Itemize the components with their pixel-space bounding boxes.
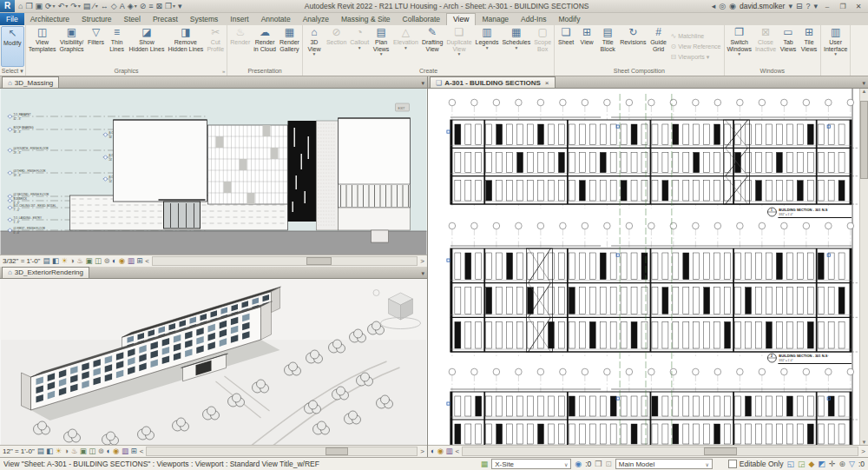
shadows-icon[interactable]: ◑ (70, 256, 75, 266)
user-menu-caret-icon[interactable]: ▾ (788, 1, 792, 12)
scroll-left-arrow[interactable]: < (140, 447, 144, 455)
drag-on-selection-toggle[interactable]: ✛ (829, 460, 836, 468)
app-store-icon[interactable]: ⊟ (796, 1, 803, 12)
ribbon-tab-massing-site[interactable]: Massing & Site (335, 13, 397, 25)
thin-lines-button[interactable]: ≡Thin Lines (107, 26, 128, 67)
reveal-hidden-elements-icon[interactable]: ◉ (119, 256, 125, 266)
ribbon-tab-steel[interactable]: Steel (118, 13, 147, 25)
customize-qat-icon[interactable]: ▾ (177, 1, 183, 12)
detail-level-icon[interactable]: ▤ (43, 256, 49, 266)
show-rendering-dialog-icon[interactable]: ♨ (71, 447, 78, 456)
crop-view-icon[interactable]: ▣ (80, 447, 87, 456)
render-gallery-button[interactable]: ▦Render Gallery (278, 26, 301, 67)
scroll-left-arrow[interactable]: < (456, 447, 460, 455)
drafting-view-button[interactable]: ✎Drafting View (420, 26, 445, 67)
temporary-hide-isolate-icon[interactable]: ◐ (112, 256, 116, 266)
guide-grid-button[interactable]: #Guide Grid (648, 26, 669, 67)
scroll-right-arrow[interactable]: > (861, 447, 865, 455)
close-view-icon[interactable]: × (545, 79, 549, 87)
background-processes-icon[interactable]: ⊛ (838, 460, 845, 468)
temporary-hide-isolate-icon[interactable]: ◐ (431, 447, 435, 456)
design-options-icon[interactable]: ❒ (595, 460, 602, 468)
print-icon[interactable]: ▤ (82, 1, 92, 12)
tab-3d-exterior-rendering[interactable]: ⌂ 3D_ExteriorRendering (2, 267, 89, 278)
render-in-cloud-button[interactable]: ☁Render in Cloud (252, 26, 278, 67)
design-option-select[interactable]: Main Model∨ (615, 459, 713, 469)
filters-button[interactable]: ▽Filters (86, 26, 107, 67)
search-icon[interactable]: ◎ (719, 1, 726, 12)
default-3d-view-icon[interactable]: ◈▾ (127, 1, 138, 12)
scroll-right-arrow[interactable]: > (420, 257, 424, 265)
save-icon[interactable]: ▣ (35, 1, 44, 12)
show-crop-region-icon[interactable]: ◫ (89, 447, 95, 456)
tab-sheet-a301[interactable]: ❏ A-301 - BUILDING SECTIONS × (430, 76, 556, 88)
crop-view-icon[interactable]: ▣ (85, 256, 92, 266)
close-button[interactable]: ✕ (852, 3, 865, 10)
ribbon-tab-structure[interactable]: Structure (76, 13, 118, 25)
active-workset-select[interactable]: X-Site∨ (491, 459, 571, 469)
reveal-hidden-elements-icon[interactable]: ◉ (437, 447, 444, 456)
ribbon-tab-manage[interactable]: Manage (476, 13, 515, 25)
revisions-button[interactable]: ↻Revisions (618, 26, 648, 67)
temporary-view-properties-icon[interactable]: ▥ (122, 447, 128, 456)
ribbon-tab-precast[interactable]: Precast (147, 13, 184, 25)
editable-only-checkbox[interactable]: Editable Only (728, 460, 784, 468)
remove-hidden-lines-button[interactable]: ◨Remove Hidden Lines (166, 26, 205, 67)
undo-icon[interactable]: ↶▾ (57, 1, 69, 12)
visual-style-icon[interactable]: ◧ (46, 447, 53, 456)
title-block-button[interactable]: ▤Title Block (597, 26, 618, 67)
ribbon-tab-architecture[interactable]: Architecture (24, 13, 76, 25)
temporary-view-properties-icon[interactable]: ▥ (446, 447, 453, 456)
rendering-canvas[interactable] (0, 278, 427, 446)
signed-in-user[interactable]: david.smolker (740, 2, 785, 10)
viewport-list-menu-icon[interactable]: ▾ (862, 80, 865, 87)
qat-collapse-icon[interactable]: ◂ (712, 1, 716, 12)
editable-elements-icon[interactable]: ◉ (575, 460, 582, 468)
ribbon-tab-add-ins[interactable]: Add-Ins (515, 13, 552, 25)
select-pinned-toggle[interactable]: ◆ (808, 460, 814, 468)
show-hidden-lines-button[interactable]: ◪Show Hidden Lines (128, 26, 167, 67)
show-crop-region-icon[interactable]: ◫ (95, 256, 102, 266)
section-icon[interactable]: ⊘ (139, 1, 148, 12)
ribbon-tab-view[interactable]: View (446, 13, 476, 25)
sheet-horizontal-scrollbar[interactable] (462, 447, 858, 456)
reveal-hidden-elements-icon[interactable]: ◉ (113, 447, 119, 456)
scale-control[interactable]: 3/32" = 1'-0" (3, 257, 40, 265)
worksharing-display-icon[interactable]: ⊞ (131, 447, 137, 456)
ribbon-tab-analyze[interactable]: Analyze (297, 13, 335, 25)
unlocked-3d-view-icon[interactable]: ⊚ (103, 256, 109, 266)
ribbon-tab-systems[interactable]: Systems (184, 13, 225, 25)
select-by-face-toggle[interactable]: ◩ (818, 460, 825, 468)
3d-view-button[interactable]: ⌂3D View▾ (304, 26, 325, 67)
select-links-toggle[interactable]: ◱ (786, 460, 794, 468)
ribbon-tab-file[interactable]: File (0, 13, 24, 25)
ribbon-tab-annotate[interactable]: Annotate (255, 13, 297, 25)
redo-icon[interactable]: ↷▾ (69, 1, 82, 12)
tab-views-button[interactable]: ▭Tab Views (778, 26, 799, 67)
massing-canvas[interactable]: T.O. PARAPET42' - 8"ROOF BEARING38' - 8"… (0, 88, 427, 255)
modify-button[interactable]: ↖Modify (1, 26, 24, 67)
scroll-left-arrow[interactable]: < (145, 257, 149, 265)
viewport-list-menu-icon[interactable]: ▾ (421, 270, 424, 277)
sheet-button[interactable]: ❏Sheet (556, 26, 576, 67)
scroll-down-arrow[interactable]: ▼ (862, 440, 867, 445)
tile-views-button[interactable]: ⊞Tile Views (799, 26, 819, 67)
view-button[interactable]: ⊞View (576, 26, 597, 67)
home-icon[interactable]: ⌂ (17, 1, 23, 12)
help-caret-icon[interactable]: ▾ (813, 1, 818, 12)
rendering-horizontal-scrollbar[interactable] (146, 447, 418, 456)
minimize-button[interactable]: – (821, 3, 833, 10)
select-underlay-toggle[interactable]: ◲ (798, 460, 806, 468)
thin-lines-icon[interactable]: ≡ (148, 1, 154, 12)
ribbon-tab-insert[interactable]: Insert (224, 13, 254, 25)
restore-button[interactable]: ❐ (837, 3, 849, 10)
close-hidden-windows-icon[interactable]: ⊠ (155, 1, 163, 12)
revit-logo[interactable]: R (0, 0, 15, 12)
sheet-vertical-scrollbar[interactable]: ▲ ▼ (859, 89, 868, 445)
viewport-list-menu-icon[interactable]: ▾ (421, 80, 424, 87)
sun-path-icon[interactable]: ☀ (62, 256, 69, 266)
temporary-hide-isolate-icon[interactable]: ◐ (106, 447, 110, 456)
view-templates-button[interactable]: ◫View Templates (27, 26, 58, 67)
worksharing-display-icon[interactable]: ⊞ (136, 256, 142, 266)
user-interface-button[interactable]: ▥User Interface▾ (822, 26, 849, 67)
